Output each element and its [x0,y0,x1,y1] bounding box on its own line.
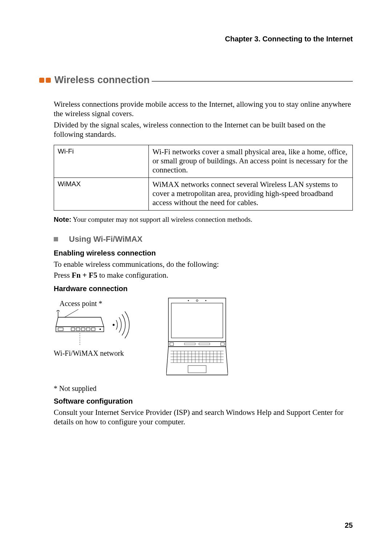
wifi-label: Wi-Fi [54,145,149,178]
svg-point-8 [99,328,101,330]
enable-text-b: to make configuration. [97,271,168,279]
svg-point-11 [113,324,114,326]
wimax-desc: WiMAX networks connect several Wireless … [149,178,353,211]
note-line: Note: Your computer may not support all … [54,216,353,224]
section-rule [152,81,353,82]
access-point-diagram: Access point * [54,297,148,358]
note-label: Note: [54,216,72,223]
footnote: * Not supplied [54,384,353,393]
svg-point-14 [188,300,189,301]
hardware-heading: Hardware connection [54,285,353,293]
wifi-desc: Wi-Fi networks cover a small physical ar… [149,145,353,178]
software-heading: Software configuration [54,397,353,405]
intro-paragraph-2: Divided by the signal scales, wireless c… [54,120,353,139]
page: Chapter 3. Connecting to the Internet Wi… [0,0,392,555]
section-bullet-icon [39,78,51,83]
subsection-row: Using Wi-Fi/WiMAX [54,234,353,244]
wimax-label: WiMAX [54,178,149,211]
svg-rect-17 [168,342,226,347]
square-bullet-icon [54,237,58,241]
access-point-label: Access point * [60,299,148,308]
enable-heading: Enabling wireless connection [54,249,353,257]
note-text: Your computer may not support all wirele… [73,216,253,223]
svg-rect-13 [171,303,223,338]
enable-paragraph-1: To enable wireless communications, do th… [54,260,353,269]
software-paragraph: Consult your Internet Service Provider (… [54,408,353,427]
table-row: WiMAX WiMAX networks connect several Wir… [54,178,353,211]
page-number: 25 [345,521,353,530]
section-title: Wireless connection [54,74,150,86]
section-title-row: Wireless connection [39,74,353,86]
network-label: Wi-Fi/WiMAX network [54,349,148,358]
intro-paragraph-1: Wireless connections provide mobile acce… [54,99,353,119]
laptop-icon [166,297,228,376]
enable-paragraph-2: Press Fn + F5 to make configuration. [54,270,353,280]
subsection-title: Using Wi-Fi/WiMAX [69,234,142,244]
svg-line-0 [65,309,78,317]
enable-text-a: Press [54,271,72,279]
table-row: Wi-Fi Wi-Fi networks cover a small physi… [54,145,353,178]
keyboard-shortcut: Fn + F5 [72,271,97,279]
chapter-header: Chapter 3. Connecting to the Internet [39,35,353,43]
standards-table: Wi-Fi Wi-Fi networks cover a small physi… [54,145,353,211]
hardware-diagram-row: Access point * [54,297,353,376]
svg-point-16 [205,300,207,301]
access-point-icon [54,309,137,346]
body-block: Wireless connections provide mobile acce… [54,99,353,427]
